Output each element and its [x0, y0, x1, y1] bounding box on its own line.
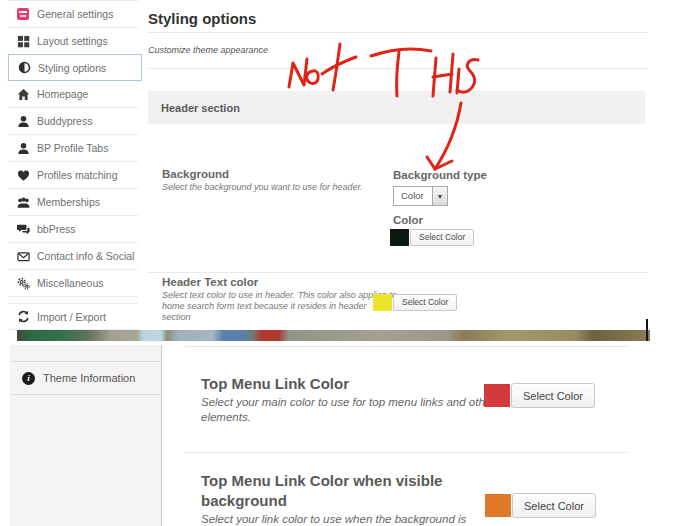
top-menu-link-visible-bg-description: Select your link color to use when the b…	[201, 512, 531, 526]
sidebar-item-bp-profile-tabs[interactable]: BP Profile Tabs	[8, 135, 138, 162]
top-menu-link-color-title: Top Menu Link Color	[201, 374, 349, 394]
sidebar-item-label: Homepage	[37, 88, 88, 100]
background-description: Select the background you want to use fo…	[162, 182, 392, 193]
sidebar-item-label: Contact info & Social	[37, 250, 134, 262]
sidebar-item-label: Memberships	[37, 196, 100, 208]
sidebar-item-theme-information[interactable]: i Theme Information	[10, 362, 161, 395]
header-text-select-color-button[interactable]: Select Color	[393, 294, 457, 311]
top-menu-link-color-swatch[interactable]	[484, 384, 510, 407]
sidebar-item-label: Profiles matching	[37, 169, 118, 181]
sidebar-item-bbpress[interactable]: bbPress	[8, 216, 138, 243]
home-icon	[16, 87, 30, 101]
divider	[148, 272, 648, 273]
info-icon: i	[22, 372, 35, 385]
sidebar-item-label: Import / Export	[37, 311, 106, 323]
top-menu-link-select-color-button[interactable]: Select Color	[511, 383, 595, 408]
cropped-site-preview-strip	[17, 330, 650, 341]
background-select-color-button[interactable]: Select Color	[410, 229, 474, 246]
user-icon	[16, 141, 30, 155]
sidebar-item-label: Buddypress	[37, 115, 92, 127]
sidebar-item-label: bbPress	[37, 223, 76, 235]
background-type-select[interactable]: Color ▼	[393, 186, 448, 206]
sidebar-item-miscellaneous[interactable]: Miscellaneous	[8, 270, 138, 297]
sidebar-item-label: Miscellaneous	[37, 277, 104, 289]
top-menu-link-visible-bg-select-color-button[interactable]: Select Color	[512, 493, 596, 518]
sidebar-item-label: Layout settings	[37, 35, 108, 47]
background-type-label: Background type	[393, 169, 487, 181]
sidebar-item-label: Styling options	[38, 62, 106, 74]
sidebar-item-label: General settings	[37, 8, 113, 20]
background-label: Background	[162, 168, 229, 180]
top-menu-link-visible-bg-title: Top Menu Link Color when visible backgro…	[201, 471, 476, 511]
brand-logo-icon	[16, 7, 30, 21]
sidebar-item-general-settings[interactable]: General settings	[8, 1, 138, 28]
sidebar-item-contact-info-social[interactable]: Contact info & Social	[8, 243, 138, 270]
sidebar-item-label: BP Profile Tabs	[37, 142, 108, 154]
sidebar-item-import-export[interactable]: Import / Export	[8, 303, 138, 330]
sidebar-item-layout-settings[interactable]: Layout settings	[8, 28, 138, 55]
sidebar-item-styling-options[interactable]: Styling options	[8, 54, 142, 81]
page-subtitle: Customize theme appearance	[148, 45, 268, 55]
header-section-bar: Header section	[148, 91, 645, 124]
user-icon	[16, 114, 30, 128]
contrast-icon	[17, 61, 31, 75]
divider	[185, 452, 628, 453]
background-type-value: Color	[394, 187, 432, 205]
users-icon	[16, 195, 30, 209]
settings-sidebar: General settings Layout settings Styling…	[8, 0, 138, 330]
heart-icon	[16, 168, 30, 182]
header-text-color-swatch[interactable]	[373, 294, 392, 311]
chevron-down-icon: ▼	[432, 187, 447, 205]
comments-icon	[16, 222, 30, 236]
page-title: Styling options	[148, 10, 256, 27]
gears-icon	[16, 276, 30, 290]
header-text-color-description: Select text color to use in header. This…	[162, 290, 397, 323]
header-text-color-label: Header Text color	[162, 276, 258, 288]
theme-options-page: General settings Layout settings Styling…	[0, 0, 675, 526]
refresh-icon	[16, 310, 30, 324]
background-color-swatch[interactable]	[390, 229, 409, 246]
sidebar-item-homepage[interactable]: Homepage	[8, 81, 138, 108]
envelope-icon	[16, 249, 30, 263]
theme-info-sidebar: i Theme Information	[10, 345, 162, 526]
color-label: Color	[393, 214, 423, 226]
top-menu-link-visible-bg-swatch[interactable]	[485, 494, 511, 517]
screenshot-edge-mark	[646, 319, 648, 341]
grid-icon	[16, 34, 30, 48]
sidebar-item-memberships[interactable]: Memberships	[8, 189, 138, 216]
divider	[148, 32, 648, 33]
sidebar-item-label: Theme Information	[43, 372, 135, 384]
sidebar-item-buddypress[interactable]: Buddypress	[8, 108, 138, 135]
sidebar-item-profiles-matching[interactable]: Profiles matching	[8, 162, 138, 189]
sidebar-top-strip	[10, 345, 161, 362]
header-section-title: Header section	[161, 102, 240, 114]
top-menu-link-color-description: Select your main color to use for top me…	[201, 395, 501, 425]
divider	[148, 68, 648, 69]
divider	[185, 346, 628, 347]
